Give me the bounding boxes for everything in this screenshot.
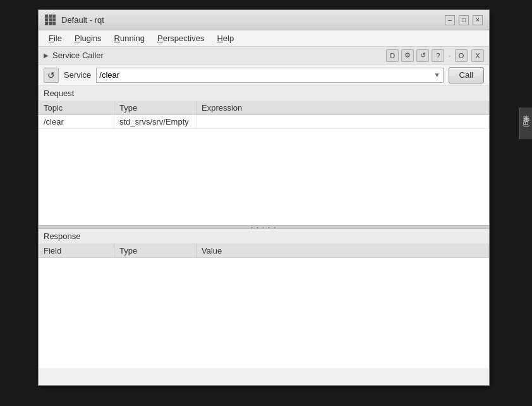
response-section-header: Response <box>39 229 489 244</box>
menu-perspectives-label: Perspectives <box>157 34 204 43</box>
row-topic-cell: /clear <box>39 115 114 128</box>
help-icon-button[interactable]: ? <box>432 49 444 62</box>
service-value: /clear <box>99 70 119 80</box>
type-column-header: Type <box>114 101 196 114</box>
app-icon <box>45 15 56 26</box>
title-bar-controls: – □ × <box>445 15 483 25</box>
minimize-button[interactable]: – <box>445 15 455 25</box>
dropdown-arrow-icon: ▼ <box>434 71 440 78</box>
menu-file-label: File <box>49 34 62 43</box>
expression-column-header: Expression <box>196 101 489 114</box>
response-type-column-header: Type <box>114 244 196 257</box>
maximize-button[interactable]: □ <box>459 15 469 25</box>
menu-bar: File Plugins Running Perspectives Help <box>39 30 489 47</box>
bookmarks-bar: 书签(B) <box>519 108 532 139</box>
menu-perspectives[interactable]: Perspectives <box>152 32 209 44</box>
table-row: /clear std_srvs/srv/Empty <box>39 115 489 129</box>
request-table-body: /clear std_srvs/srv/Empty <box>39 115 489 225</box>
menu-running[interactable]: Running <box>109 32 150 44</box>
topic-column-header: Topic <box>39 101 114 114</box>
row-type-cell: std_srvs/srv/Empty <box>114 115 196 128</box>
response-table-body <box>39 258 489 368</box>
value-column-header: Value <box>196 244 489 257</box>
menu-plugins-label: Plugins <box>75 34 102 43</box>
response-table-header: Field Type Value <box>39 244 489 258</box>
content-area: Request Topic Type Expression /clear std… <box>39 86 489 385</box>
call-button[interactable]: Call <box>449 67 484 83</box>
x-button[interactable]: X <box>471 49 484 62</box>
main-window: Default - rqt – □ × File Plugins Running… <box>38 9 490 386</box>
service-caller-label: Service Caller <box>52 51 382 60</box>
window-title: Default - rqt <box>61 15 104 25</box>
close-button[interactable]: × <box>473 15 483 25</box>
toolbar-separator: - <box>448 51 451 61</box>
service-caller-triangle: ▶ <box>44 52 49 59</box>
bookmarks-label: 书签(B) <box>522 119 531 127</box>
request-section-header: Request <box>39 86 489 101</box>
request-pane: Request Topic Type Expression /clear std… <box>39 86 489 225</box>
menu-running-label: Running <box>114 34 145 43</box>
service-row: ↺ Service /clear ▼ Call <box>39 65 489 86</box>
menu-help[interactable]: Help <box>212 32 239 44</box>
service-refresh-button[interactable]: ↺ <box>44 68 59 83</box>
field-column-header: Field <box>39 244 114 257</box>
title-bar-left: Default - rqt <box>45 15 104 26</box>
menu-help-label: Help <box>217 34 234 43</box>
menu-file[interactable]: File <box>44 32 67 44</box>
response-pane: Response Field Type Value <box>39 229 489 368</box>
d-icon-button[interactable]: D <box>386 49 399 62</box>
title-bar: Default - rqt – □ × <box>39 10 489 30</box>
o-button[interactable]: O <box>455 49 468 62</box>
refresh-icon-button[interactable]: ↺ <box>416 49 429 62</box>
menu-plugins[interactable]: Plugins <box>70 32 107 44</box>
request-table-header: Topic Type Expression <box>39 101 489 115</box>
gear-icon-button[interactable]: ⚙ <box>401 49 414 62</box>
row-expression-cell[interactable] <box>196 115 489 128</box>
service-label: Service <box>64 70 91 80</box>
toolbar-icons: D ⚙ ↺ ? <box>386 49 444 62</box>
service-caller-bar: ▶ Service Caller D ⚙ ↺ ? - O X <box>39 47 489 65</box>
service-dropdown[interactable]: /clear ▼ <box>96 68 443 83</box>
